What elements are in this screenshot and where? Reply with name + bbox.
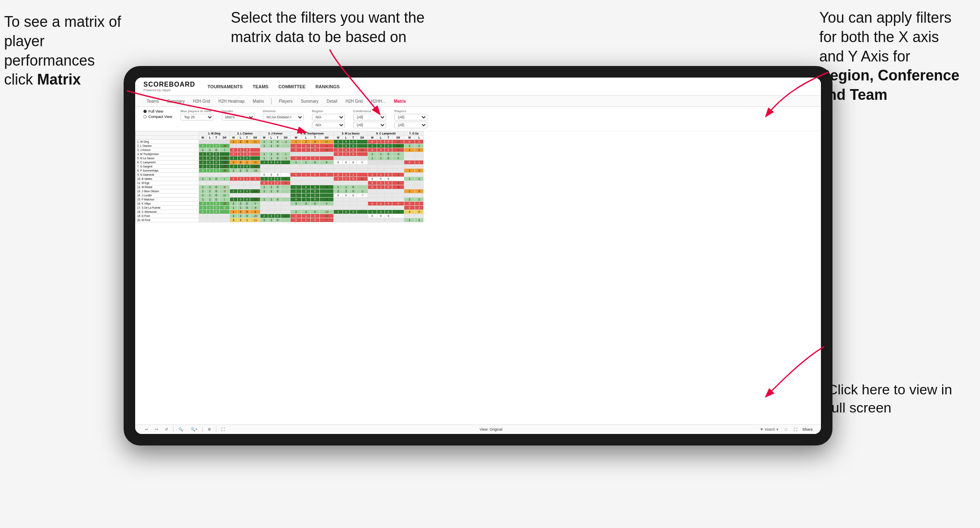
subnav-players[interactable]: Players	[276, 98, 296, 105]
matrix-table-container[interactable]: 1. W Ding 2. L Clanton 3. J Koivun 4. M …	[135, 131, 821, 424]
division-select[interactable]: NCAA Division I	[263, 114, 304, 120]
conference-select-x[interactable]: (All)	[353, 114, 386, 120]
matrix-cell-dif: 0	[319, 160, 334, 165]
matrix-cell: 1	[260, 140, 268, 144]
matrix-cell: 0	[237, 165, 244, 169]
toolbar-expand[interactable]: ⛶	[792, 427, 799, 432]
full-view-radio[interactable]	[143, 110, 147, 113]
matrix-cell: 0	[368, 177, 377, 181]
subnav-h2h-grid[interactable]: H2H Grid	[190, 98, 213, 105]
region-select-y[interactable]: N/A	[312, 122, 345, 128]
toolbar-watch[interactable]: 👁 Watch ▾	[758, 427, 780, 432]
matrix-cell: 0	[404, 202, 415, 206]
matrix-cell: 1	[260, 198, 268, 202]
sh-4-w: W	[291, 136, 302, 140]
matrix-cell: 0	[291, 144, 302, 148]
matrix-cell: 0	[334, 173, 342, 177]
matrix-cell	[342, 156, 349, 160]
matrix-cell	[274, 206, 281, 210]
compact-view-option[interactable]: Compact View	[143, 115, 172, 119]
toolbar-zoom-out[interactable]: 🔍-	[177, 427, 186, 432]
subnav-teams[interactable]: Teams	[143, 98, 162, 105]
toolbar-redo[interactable]: ↪	[153, 427, 160, 432]
matrix-cell: 0	[342, 160, 349, 165]
matrix-cell	[404, 165, 415, 169]
nav-committee[interactable]: COMMITTEE	[278, 82, 305, 91]
matrix-cell	[250, 173, 260, 177]
subnav-matrix[interactable]: Matrix	[249, 98, 267, 105]
toolbar-fullscreen[interactable]: ⛶	[220, 427, 227, 432]
matrix-cell: 0	[237, 156, 244, 160]
matrix-cell-dif	[281, 189, 290, 193]
matrix-cell: 1	[207, 210, 213, 214]
subnav-h2h-heatmap[interactable]: H2H Heatmap	[215, 98, 248, 105]
annotation-br-text: Click here to view in full screen	[828, 382, 952, 415]
subnav-players-h2h-grid[interactable]: H2H Grid	[342, 98, 366, 105]
toolbar-zoom-in[interactable]: 🔍+	[189, 427, 199, 432]
matrix-cell	[415, 152, 424, 156]
matrix-cell	[219, 140, 230, 144]
subnav-players-summary[interactable]: Summary	[298, 98, 322, 105]
matrix-cell	[281, 193, 290, 198]
region-select-x[interactable]: N/A	[312, 114, 345, 120]
matrix-cell: 0	[302, 189, 311, 193]
matrix-cell: 1	[377, 185, 384, 189]
matrix-cell	[357, 214, 368, 218]
matrix-cell: 0	[274, 156, 281, 160]
players-select-y[interactable]: (All)	[394, 122, 427, 128]
nav-teams[interactable]: TEAMS	[253, 82, 269, 91]
matrix-cell: 1	[377, 152, 384, 156]
matrix-cell: 0	[342, 193, 349, 198]
matrix-cell	[334, 165, 342, 169]
matrix-cell-dif: -19	[250, 198, 260, 202]
matrix-cell: 1	[268, 185, 274, 189]
player-name-cell: 13. J Skov Olesen	[136, 189, 199, 193]
conference-select-y[interactable]: (All)	[353, 122, 386, 128]
toolbar-share-icon[interactable]: □	[783, 427, 789, 432]
matrix-cell	[281, 202, 290, 206]
matrix-cell: 0	[302, 185, 311, 189]
table-row: 13. J Skov Olesen110-3100-19110100220-11…	[136, 189, 424, 193]
matrix-cell: 0	[384, 210, 392, 214]
matrix-cell	[349, 206, 356, 210]
matrix-cell	[302, 177, 311, 181]
matrix-cell-dif: -10	[319, 210, 334, 214]
matrix-cell: 0	[310, 202, 319, 206]
matrix-cell: 0	[384, 140, 392, 144]
gender-select[interactable]: Men's	[222, 114, 255, 120]
matrix-cell: 0	[260, 181, 268, 185]
matrix-cell: 1	[207, 206, 213, 210]
max-players-select[interactable]: Top 25	[181, 114, 213, 120]
matrix-cell: 0	[334, 148, 342, 152]
matrix-cell	[342, 202, 349, 206]
matrix-cell	[319, 152, 334, 156]
matrix-cell: 1	[404, 148, 415, 152]
annotation-tr-line1: You can apply filters for both the X axi…	[819, 9, 952, 65]
toolbar-share-btn[interactable]: Share	[802, 427, 813, 431]
matrix-cell: 3	[237, 218, 244, 222]
matrix-cell: 0	[302, 156, 311, 160]
full-view-option[interactable]: Full View	[143, 109, 172, 113]
matrix-cell: 0	[244, 148, 250, 152]
toolbar-settings[interactable]: ⚙	[206, 427, 213, 432]
matrix-cell-dif: 11	[250, 140, 260, 144]
toolbar-refresh[interactable]: ↺	[163, 427, 170, 432]
matrix-cell	[342, 181, 349, 185]
players-select-x[interactable]: (All)	[394, 114, 427, 120]
matrix-cell: 0	[334, 160, 342, 165]
subnav-players-detail[interactable]: Detail	[324, 98, 341, 105]
logo-subtitle: Powered by clippd	[143, 88, 195, 92]
toolbar-undo[interactable]: ↩	[143, 427, 150, 432]
matrix-cell	[342, 218, 349, 222]
subnav-active-matrix[interactable]: Matrix	[391, 98, 409, 105]
compact-view-radio[interactable]	[143, 115, 147, 118]
matrix-cell	[199, 173, 207, 177]
matrix-cell	[357, 181, 368, 185]
matrix-cell	[377, 189, 384, 193]
subnav-summary[interactable]: Summary	[164, 98, 188, 105]
subnav-players-h2hh[interactable]: H2HH...	[368, 98, 389, 105]
matrix-cell	[250, 181, 260, 185]
matrix-cell	[219, 181, 230, 185]
nav-tournaments[interactable]: TOURNAMENTS	[208, 82, 243, 91]
nav-rankings[interactable]: RANKINGS	[315, 82, 340, 91]
